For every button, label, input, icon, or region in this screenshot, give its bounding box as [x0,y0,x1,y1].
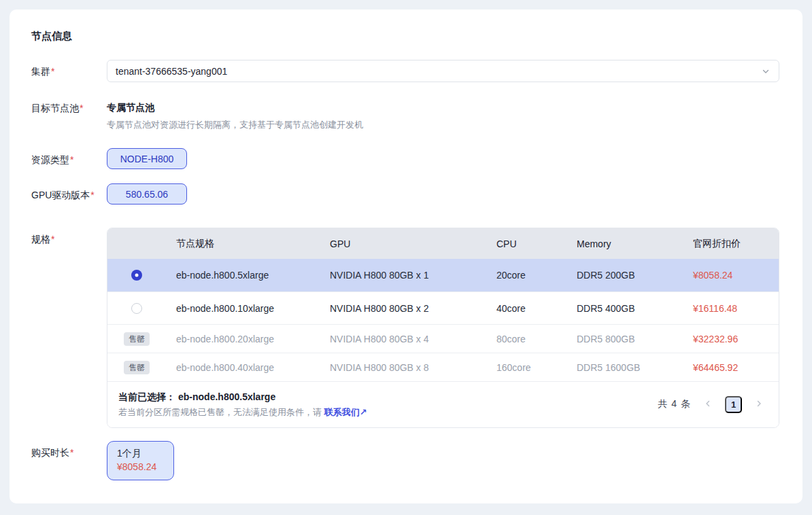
external-link-icon: ↗ [360,407,367,417]
required-asterisk: * [51,66,54,77]
contact-us-link[interactable]: 联系我们↗ [324,407,367,417]
target-pool-description: 专属节点池对资源进行长期隔离，支持基于专属节点池创建开发机 [107,119,779,130]
col-header-price: 官网折扣价 [693,238,779,250]
soldout-hint: 若当前分区所需规格已售罄，无法满足使用条件，请 联系我们↗ [118,406,367,418]
target-pool-label: 目标节点池* [31,101,107,114]
required-asterisk: * [51,234,54,245]
duration-option-price: ¥8058.24 [117,461,164,474]
spec-table-footer: 当前已选择：eb-node.h800.5xlarge 若当前分区所需规格已售罄，… [107,381,779,427]
table-row[interactable]: eb-node.h800.10xlarge NVIDIA H800 80GB x… [107,291,779,324]
cell-gpu: NVIDIA H800 80GB x 4 [330,334,496,344]
chevron-left-icon [704,399,712,410]
cell-node-spec: eb-node.h800.40xlarge [176,362,330,373]
col-header-node-spec: 节点规格 [176,238,330,250]
col-header-gpu: GPU [330,238,496,249]
next-page-button[interactable] [751,397,766,412]
cell-cpu: 40core [496,303,577,314]
duration-row: 购买时长* 1个月 ¥8058.24 [31,441,779,480]
spec-label: 规格* [31,228,107,245]
current-page-button[interactable]: 1 [725,396,742,413]
cell-price: ¥64465.92 [693,362,779,373]
radio-selected[interactable] [131,270,142,281]
cell-node-spec: eb-node.h800.5xlarge [176,270,330,281]
cell-memory: DDR5 1600GB [577,362,693,373]
cluster-select[interactable]: tenant-37666535-yang001 [107,60,779,82]
cell-cpu: 160core [496,362,577,373]
duration-label: 购买时长* [31,441,107,459]
resource-type-label: 资源类型* [31,148,107,166]
duration-option-button[interactable]: 1个月 ¥8058.24 [107,441,174,480]
gpu-driver-label: GPU驱动版本* [31,183,107,201]
cell-gpu: NVIDIA H800 80GB x 1 [330,270,496,281]
current-selection: 当前已选择：eb-node.h800.5xlarge [118,391,367,404]
spec-table-header: 节点规格 GPU CPU Memory 官网折扣价 [107,228,779,259]
prev-page-button[interactable] [700,397,715,412]
radio-unselected[interactable] [131,303,142,314]
table-row: 售罄 eb-node.h800.20xlarge NVIDIA H800 80G… [107,324,779,353]
cell-memory: DDR5 400GB [577,303,693,314]
spec-row: 规格* 节点规格 GPU CPU Memory 官网折扣价 eb-node.h8… [31,228,779,428]
total-count: 共 4 条 [658,398,691,410]
required-asterisk: * [70,447,73,458]
required-asterisk: * [70,154,73,165]
table-row[interactable]: eb-node.h800.5xlarge NVIDIA H800 80GB x … [107,259,779,291]
cell-node-spec: eb-node.h800.10xlarge [176,303,330,314]
target-pool-row: 目标节点池* 专属节点池 专属节点池对资源进行长期隔离，支持基于专属节点池创建开… [31,101,779,130]
gpu-driver-row: GPU驱动版本* 580.65.06 [31,183,779,205]
chevron-right-icon [755,399,763,410]
cell-price: ¥16116.48 [693,303,779,314]
cluster-select-value: tenant-37666535-yang001 [116,66,227,77]
target-pool-value: 专属节点池 [107,101,779,114]
soldout-badge: 售罄 [124,332,150,346]
cell-gpu: NVIDIA H800 80GB x 2 [330,303,496,314]
node-info-panel: 节点信息 集群* tenant-37666535-yang001 目标节点池* … [10,10,802,503]
gpu-driver-option-button[interactable]: 580.65.06 [107,183,187,205]
cell-gpu: NVIDIA H800 80GB x 8 [330,362,496,373]
col-header-cpu: CPU [496,238,577,249]
chevron-down-icon [761,67,771,76]
duration-option-label: 1个月 [117,447,164,460]
col-header-memory: Memory [577,238,693,249]
cluster-row: 集群* tenant-37666535-yang001 [31,60,779,82]
table-row: 售罄 eb-node.h800.40xlarge NVIDIA H800 80G… [107,353,779,381]
spec-table: 节点规格 GPU CPU Memory 官网折扣价 eb-node.h800.5… [107,228,779,428]
cell-price: ¥8058.24 [693,270,779,281]
resource-type-row: 资源类型* NODE-H800 [31,148,779,169]
cell-memory: DDR5 800GB [577,334,693,344]
required-asterisk: * [80,103,83,113]
cell-memory: DDR5 200GB [577,270,693,281]
cell-cpu: 20core [496,270,577,281]
cell-node-spec: eb-node.h800.20xlarge [176,334,330,344]
soldout-badge: 售罄 [124,361,150,374]
current-selection-value: eb-node.h800.5xlarge [178,391,275,402]
pagination: 共 4 条 1 [658,396,766,413]
cell-price: ¥32232.96 [693,334,779,344]
page-title: 节点信息 [31,30,779,43]
required-asterisk: * [90,190,94,200]
cell-cpu: 80core [496,334,577,344]
cluster-label: 集群* [31,60,107,77]
resource-type-option-button[interactable]: NODE-H800 [107,148,187,169]
